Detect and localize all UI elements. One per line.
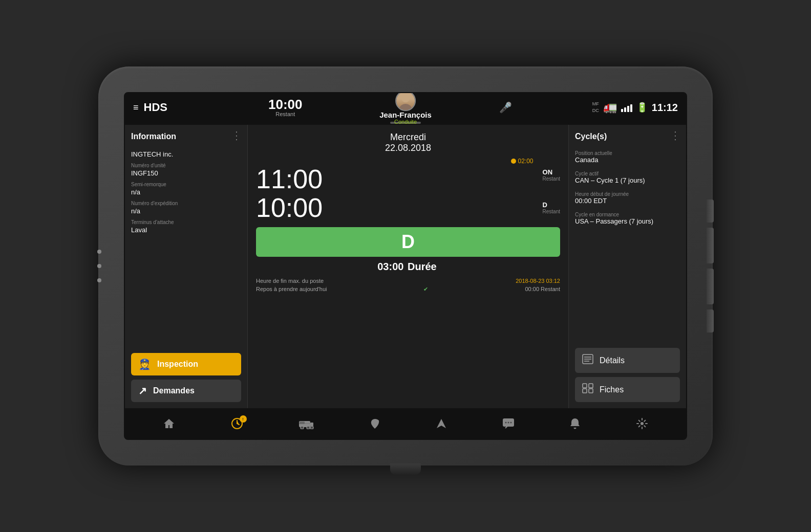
fiches-icon xyxy=(582,383,593,396)
svg-rect-7 xyxy=(589,384,593,388)
timer-labels: ON Restant xyxy=(543,168,560,182)
battery-icon: 🔋 xyxy=(636,102,648,113)
nav-hos[interactable]: ! xyxy=(230,417,244,430)
side-buttons-left xyxy=(97,247,101,285)
repos-value: 00:00 Restant xyxy=(525,286,560,293)
side-dot-2 xyxy=(97,264,101,268)
svg-point-19 xyxy=(505,422,506,424)
nav-settings[interactable] xyxy=(636,417,648,430)
position-label: Position actuelle xyxy=(575,150,680,156)
right-panel: Cycle(s) ··· Position actuelle Canada Cy… xyxy=(568,125,686,408)
bar-4 xyxy=(630,104,632,112)
unite-value: INGF150 xyxy=(131,169,158,177)
side-btn-2[interactable] xyxy=(707,228,714,263)
svg-marker-17 xyxy=(437,419,446,428)
duration-display: 03:00 Durée xyxy=(377,261,438,273)
truck-icon: 🚛 xyxy=(603,101,617,114)
demandes-button[interactable]: ↗ Demandes xyxy=(131,380,241,402)
nav-messages[interactable] xyxy=(502,418,515,429)
repos-row: Repos à prendre aujourd'hui ✔ 00:00 Rest… xyxy=(256,286,560,293)
svg-point-21 xyxy=(510,422,511,424)
info-panel-header: Information ··· xyxy=(131,131,241,142)
unite-label: Numéro d'unité xyxy=(131,163,241,168)
d-restant: Restant xyxy=(543,209,560,214)
semi-item: Semi-remorque n/a xyxy=(131,182,241,196)
side-btn-1[interactable] xyxy=(707,199,714,223)
bar-3 xyxy=(627,106,629,112)
fin-value: 2018-08-23 03:12 xyxy=(516,278,560,284)
semi-value: n/a xyxy=(131,188,140,196)
header: ≡ HDS 10:00 Restant xyxy=(125,93,686,122)
fiches-button[interactable]: Fiches xyxy=(575,377,680,402)
driver-info: Jean-François Conduite xyxy=(379,111,432,125)
d-labels: D Restant xyxy=(543,201,560,214)
semi-label: Semi-remorque xyxy=(131,182,241,187)
side-btn-3[interactable] xyxy=(707,269,714,304)
inspection-button[interactable]: 👮 Inspection xyxy=(131,353,241,375)
cycle-panel-header: Cycle(s) ··· xyxy=(575,131,680,142)
nav-notifications[interactable] xyxy=(569,417,581,430)
position-item: Position actuelle Canada xyxy=(575,150,680,164)
driver-avatar xyxy=(395,92,416,111)
date-value: 22.08.2018 xyxy=(385,143,431,153)
time-d-display: 10:00 xyxy=(256,194,533,221)
svg-point-15 xyxy=(310,426,313,429)
repos-check-icon: ✔ xyxy=(423,286,428,293)
svg-point-22 xyxy=(641,422,644,425)
position-value: Canada xyxy=(575,156,680,164)
date-display: Mercredi 22.08.2018 xyxy=(385,132,431,153)
dc-label: DC xyxy=(592,107,599,114)
driver-name: Jean-François xyxy=(379,111,432,119)
svg-rect-6 xyxy=(583,384,587,388)
svg-rect-16 xyxy=(300,422,305,424)
timers-section: 02:00 11:00 ON Restant xyxy=(256,158,560,192)
bottom-connector xyxy=(390,463,421,475)
details-button[interactable]: Détails xyxy=(575,348,680,373)
signal-bars xyxy=(621,103,632,112)
dormance-item: Cycle en dormance USA – Passagers (7 jou… xyxy=(575,212,680,225)
side-btn-4[interactable] xyxy=(707,309,714,332)
bar-1 xyxy=(621,109,623,112)
app-title: HDS xyxy=(144,101,167,114)
unite-item: Numéro d'unité INGF150 xyxy=(131,163,241,178)
expedition-label: Numéro d'expédition xyxy=(131,201,241,206)
center-panel: Mercredi 22.08.2018 02:00 11:00 ON xyxy=(248,125,568,408)
heure-item: Heure début de journée 00:00 EDT xyxy=(575,191,680,205)
nav-home[interactable] xyxy=(163,417,175,430)
info-panel-title: Information xyxy=(131,132,176,141)
terminus-value: Laval xyxy=(131,226,147,234)
nav-vehicle[interactable] xyxy=(298,418,314,429)
repos-label: Repos à prendre aujourd'hui xyxy=(256,286,327,293)
screen: ≡ HDS 10:00 Restant xyxy=(124,92,687,440)
info-menu-dots[interactable]: ··· xyxy=(232,131,241,142)
duration-label: Durée xyxy=(408,261,437,272)
header-clock: 11:12 xyxy=(652,102,678,114)
status-button[interactable]: D xyxy=(256,227,560,257)
alert-row: 02:00 xyxy=(256,158,533,165)
timer-on-block: 02:00 11:00 xyxy=(256,158,533,192)
fin-label: Heure de fin max. du poste xyxy=(256,278,324,284)
dormance-value: USA – Passagers (7 jours) xyxy=(575,217,680,225)
on-label: ON xyxy=(543,168,560,176)
demandes-label: Demandes xyxy=(153,386,195,395)
nav-eco[interactable] xyxy=(369,417,380,430)
menu-icon[interactable]: ≡ xyxy=(133,102,139,113)
svg-point-1 xyxy=(399,104,412,110)
details-icon xyxy=(582,354,593,367)
day-name: Mercredi xyxy=(385,132,431,143)
driver-section: Jean-François Conduite xyxy=(379,92,432,125)
d-label-item: D Restant xyxy=(543,201,560,214)
heure-label: Heure début de journée xyxy=(575,191,680,197)
on-restant: Restant xyxy=(543,176,560,182)
nav-navigate[interactable] xyxy=(436,418,447,429)
mic-icon[interactable]: 🎤 xyxy=(499,101,512,114)
svg-rect-9 xyxy=(589,389,593,393)
device-frame: ≡ HDS 10:00 Restant xyxy=(98,66,713,465)
header-left: ≡ HDS xyxy=(133,101,236,114)
company-value: INGTECH inc. xyxy=(131,150,173,158)
fiches-label: Fiches xyxy=(600,385,624,394)
svg-point-20 xyxy=(507,422,509,424)
remaining-time: 10:00 xyxy=(268,98,303,111)
cycle-menu-dots[interactable]: ··· xyxy=(671,131,680,142)
svg-point-0 xyxy=(401,94,410,102)
